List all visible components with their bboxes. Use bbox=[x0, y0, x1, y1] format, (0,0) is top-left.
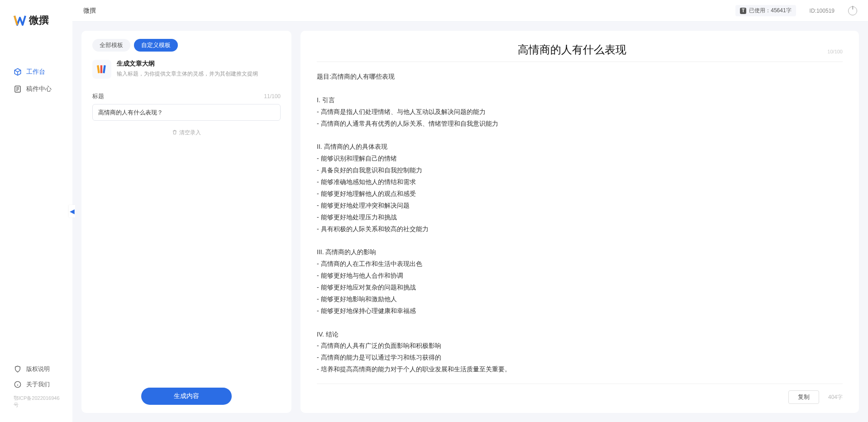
user-id: ID:100519 bbox=[810, 8, 835, 14]
template-title: 生成文章大纲 bbox=[117, 60, 258, 68]
sidebar: 微撰 工作台 稿件中心 版权说明 bbox=[0, 0, 72, 422]
header: 微撰 T 已使用：45641字 ID:100519 bbox=[72, 0, 868, 22]
main: 微撰 T 已使用：45641字 ID:100519 全部模板 自定义模板 bbox=[72, 0, 868, 422]
text-icon: T bbox=[740, 8, 746, 14]
sidebar-item-label: 工作台 bbox=[26, 68, 45, 76]
sidebar-item-copyright[interactable]: 版权说明 bbox=[0, 361, 72, 377]
doc-footer: 复制 404字 bbox=[317, 384, 843, 404]
sidebar-item-drafts[interactable]: 稿件中心 bbox=[0, 81, 72, 98]
svg-rect-8 bbox=[100, 65, 102, 73]
power-icon[interactable] bbox=[848, 6, 857, 15]
sidebar-collapse-toggle[interactable]: ◀ bbox=[69, 205, 75, 218]
clear-button[interactable]: 清空录入 bbox=[172, 129, 201, 137]
chevron-left-icon: ◀ bbox=[70, 208, 75, 215]
logo-icon bbox=[14, 14, 26, 27]
svg-rect-9 bbox=[103, 65, 106, 73]
doc-title-row: 高情商的人有什么表现 10/100 bbox=[317, 43, 843, 62]
doc-title[interactable]: 高情商的人有什么表现 bbox=[317, 43, 827, 57]
sidebar-footer: 版权说明 关于我们 鄂ICP备2022016946号 bbox=[0, 361, 72, 422]
template-info: 生成文章大纲 输入标题，为你提供文章主体的灵感，并为其创建推文提纲 bbox=[117, 60, 258, 78]
svg-rect-7 bbox=[97, 65, 100, 73]
word-count: 404字 bbox=[828, 394, 843, 401]
template-desc: 输入标题，为你提供文章主体的灵感，并为其创建推文提纲 bbox=[117, 70, 258, 78]
sidebar-item-about[interactable]: 关于我们 bbox=[0, 377, 72, 392]
template-tabs: 全部模板 自定义模板 bbox=[92, 39, 281, 52]
logo[interactable]: 微撰 bbox=[0, 0, 72, 36]
tab-all-templates[interactable]: 全部模板 bbox=[92, 39, 130, 52]
generate-button[interactable]: 生成内容 bbox=[141, 388, 232, 405]
title-input[interactable] bbox=[92, 104, 281, 121]
header-title: 微撰 bbox=[83, 7, 96, 15]
field-label: 标题 bbox=[92, 92, 104, 100]
sidebar-item-label: 关于我们 bbox=[26, 380, 50, 389]
doc-title-count: 10/100 bbox=[827, 49, 843, 54]
shield-icon bbox=[14, 365, 22, 373]
field-header: 标题 11/100 bbox=[92, 92, 281, 100]
sidebar-item-label: 版权说明 bbox=[26, 365, 50, 373]
sidebar-item-workspace[interactable]: 工作台 bbox=[0, 63, 72, 81]
tab-custom-templates[interactable]: 自定义模板 bbox=[134, 39, 178, 52]
info-icon bbox=[14, 380, 22, 389]
panel-output: 高情商的人有什么表现 10/100 题目:高情商的人有哪些表现 I. 引言 - … bbox=[300, 31, 859, 413]
logo-text: 微撰 bbox=[29, 14, 49, 27]
doc-body[interactable]: 题目:高情商的人有哪些表现 I. 引言 - 高情商是指人们处理情绪、与他人互动以… bbox=[317, 71, 843, 379]
document-icon bbox=[14, 85, 22, 93]
copy-button[interactable]: 复制 bbox=[788, 390, 819, 404]
usage-label: 已使用：45641字 bbox=[749, 7, 791, 14]
cube-icon bbox=[14, 68, 22, 76]
sidebar-item-label: 稿件中心 bbox=[26, 85, 52, 93]
clear-label: 清空录入 bbox=[179, 129, 201, 137]
icp-text: 鄂ICP备2022016946号 bbox=[0, 392, 72, 413]
trash-icon bbox=[172, 129, 177, 136]
sidebar-nav: 工作台 稿件中心 bbox=[0, 36, 72, 361]
usage-pill[interactable]: T 已使用：45641字 bbox=[735, 5, 796, 16]
content: 全部模板 自定义模板 生成文章大纲 输入标题，为你提供文章主体的灵感，并为其创建… bbox=[72, 22, 868, 422]
books-icon bbox=[92, 60, 111, 79]
template-card[interactable]: 生成文章大纲 输入标题，为你提供文章主体的灵感，并为其创建推文提纲 bbox=[92, 60, 281, 79]
field-count: 11/100 bbox=[264, 93, 281, 100]
header-right: T 已使用：45641字 ID:100519 bbox=[735, 5, 857, 16]
panel-input: 全部模板 自定义模板 生成文章大纲 输入标题，为你提供文章主体的灵感，并为其创建… bbox=[81, 31, 291, 413]
